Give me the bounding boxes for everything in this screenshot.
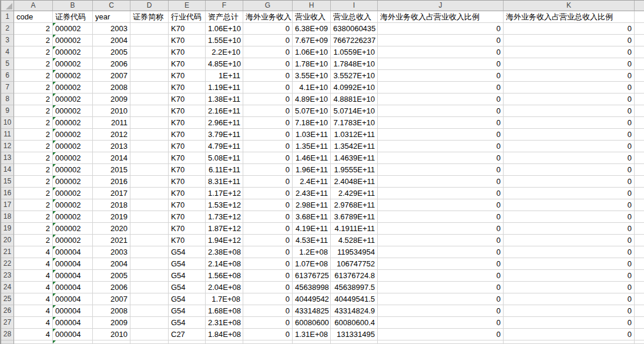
cell-j8[interactable]: 0 xyxy=(378,93,504,105)
cell-i22[interactable]: 106747752 xyxy=(331,258,378,270)
cell-c28[interactable]: 2010 xyxy=(93,329,130,340)
cell-c8[interactable]: 2009 xyxy=(93,93,130,105)
cell-b16[interactable]: 000002 xyxy=(53,188,93,199)
cell-h16[interactable]: 2.43E+11 xyxy=(293,188,331,199)
cell-a1[interactable]: code xyxy=(14,11,53,23)
cell-e29[interactable] xyxy=(169,340,206,344)
cell-h20[interactable]: 4.53E+11 xyxy=(293,235,331,246)
cell-e18[interactable]: K70 xyxy=(169,211,206,223)
row-header-14[interactable]: 14 xyxy=(1,164,14,176)
cell-b22[interactable]: 000004 xyxy=(53,258,93,270)
cell-d5[interactable] xyxy=(130,58,169,70)
cell-f2[interactable]: 1.06E+10 xyxy=(206,23,243,35)
cell-k24[interactable]: 0 xyxy=(504,282,635,293)
cell-g24[interactable]: 0 xyxy=(243,282,293,293)
cell-h6[interactable]: 3.55E+10 xyxy=(293,70,331,82)
cell-h10[interactable]: 7.18E+10 xyxy=(293,117,331,129)
cell-a6[interactable]: 2 xyxy=(14,70,53,82)
cell-i15[interactable]: 2.4048E+11 xyxy=(331,176,378,188)
cell-i13[interactable]: 1.4639E+11 xyxy=(331,152,378,164)
cell-a5[interactable]: 2 xyxy=(14,58,53,70)
row-header-25[interactable]: 25 xyxy=(1,293,14,305)
row-header-17[interactable]: 17 xyxy=(1,199,14,211)
cell-b26[interactable]: 000004 xyxy=(53,305,93,317)
cell-e24[interactable]: G54 xyxy=(169,282,206,293)
cell-g23[interactable]: 0 xyxy=(243,270,293,282)
cell-a16[interactable]: 2 xyxy=(14,188,53,199)
column-header-b[interactable]: B xyxy=(53,1,93,11)
cell-i24[interactable]: 45638997.5 xyxy=(331,282,378,293)
row-header-11[interactable]: 11 xyxy=(1,129,14,141)
cell-h15[interactable]: 2.4E+11 xyxy=(293,176,331,188)
cell-g7[interactable]: 0 xyxy=(243,82,293,93)
cell-k25[interactable]: 0 xyxy=(504,293,635,305)
cell-c6[interactable]: 2007 xyxy=(93,70,130,82)
cell-b2[interactable]: 000002 xyxy=(53,23,93,35)
cell-a28[interactable]: 4 xyxy=(14,329,53,340)
cell-g27[interactable]: 0 xyxy=(243,317,293,329)
cell-d26[interactable] xyxy=(130,305,169,317)
cell-f21[interactable]: 2.38E+08 xyxy=(206,246,243,258)
cell-i10[interactable]: 7.1783E+10 xyxy=(331,117,378,129)
cell-c20[interactable]: 2021 xyxy=(93,235,130,246)
cell-i16[interactable]: 2.429E+11 xyxy=(331,188,378,199)
cell-f11[interactable]: 3.79E+11 xyxy=(206,129,243,141)
cell-a15[interactable]: 2 xyxy=(14,176,53,188)
cell-c10[interactable]: 2011 xyxy=(93,117,130,129)
row-header-5[interactable]: 5 xyxy=(1,58,14,70)
cell-k5[interactable]: 0 xyxy=(504,58,635,70)
cell-f4[interactable]: 2.2E+10 xyxy=(206,46,243,58)
cell-b18[interactable]: 000002 xyxy=(53,211,93,223)
cell-g3[interactable]: 0 xyxy=(243,35,293,46)
cell-f19[interactable]: 1.87E+12 xyxy=(206,223,243,235)
cell-h18[interactable]: 3.68E+11 xyxy=(293,211,331,223)
cell-e26[interactable]: G54 xyxy=(169,305,206,317)
cell-k8[interactable]: 0 xyxy=(504,93,635,105)
cell-j25[interactable]: 0 xyxy=(378,293,504,305)
cell-k27[interactable]: 0 xyxy=(504,317,635,329)
cell-a12[interactable]: 2 xyxy=(14,141,53,152)
cell-a8[interactable]: 2 xyxy=(14,93,53,105)
cell-b7[interactable]: 000002 xyxy=(53,82,93,93)
cell-f1[interactable]: 资产总计 xyxy=(206,11,243,23)
cell-h9[interactable]: 5.07E+10 xyxy=(293,105,331,117)
row-header-13[interactable]: 13 xyxy=(1,152,14,164)
cell-e27[interactable]: G54 xyxy=(169,317,206,329)
cell-k3[interactable]: 0 xyxy=(504,35,635,46)
cell-g25[interactable]: 0 xyxy=(243,293,293,305)
cell-e3[interactable]: K70 xyxy=(169,35,206,46)
cell-f7[interactable]: 1.19E+11 xyxy=(206,82,243,93)
cell-j13[interactable]: 0 xyxy=(378,152,504,164)
cell-j1[interactable]: 海外业务收入占营业收入比例 xyxy=(378,11,504,23)
cell-g10[interactable]: 0 xyxy=(243,117,293,129)
cell-a9[interactable]: 2 xyxy=(14,105,53,117)
cell-f22[interactable]: 2.14E+08 xyxy=(206,258,243,270)
cell-k29[interactable] xyxy=(504,340,635,344)
column-header-d[interactable]: D xyxy=(130,1,169,11)
cell-d3[interactable] xyxy=(130,35,169,46)
cell-a13[interactable]: 2 xyxy=(14,152,53,164)
cell-g21[interactable]: 0 xyxy=(243,246,293,258)
cell-i17[interactable]: 2.9768E+11 xyxy=(331,199,378,211)
cell-a23[interactable]: 4 xyxy=(14,270,53,282)
cell-a22[interactable]: 4 xyxy=(14,258,53,270)
row-header-1[interactable]: 1 xyxy=(1,11,14,23)
cell-j15[interactable]: 0 xyxy=(378,176,504,188)
cell-h29[interactable] xyxy=(293,340,331,344)
cell-d11[interactable] xyxy=(130,129,169,141)
cell-i6[interactable]: 3.5527E+10 xyxy=(331,70,378,82)
cell-j21[interactable]: 0 xyxy=(378,246,504,258)
cell-j24[interactable]: 0 xyxy=(378,282,504,293)
cell-b14[interactable]: 000002 xyxy=(53,164,93,176)
cell-e7[interactable]: K70 xyxy=(169,82,206,93)
cell-f24[interactable]: 2.04E+08 xyxy=(206,282,243,293)
cell-h2[interactable]: 6.38E+09 xyxy=(293,23,331,35)
cell-j17[interactable]: 0 xyxy=(378,199,504,211)
cell-h27[interactable]: 60080600 xyxy=(293,317,331,329)
cell-e19[interactable]: K70 xyxy=(169,223,206,235)
cell-a20[interactable]: 2 xyxy=(14,235,53,246)
cell-a11[interactable]: 2 xyxy=(14,129,53,141)
column-header-e[interactable]: E xyxy=(169,1,206,11)
cell-a29[interactable] xyxy=(14,340,53,344)
cell-a17[interactable]: 2 xyxy=(14,199,53,211)
